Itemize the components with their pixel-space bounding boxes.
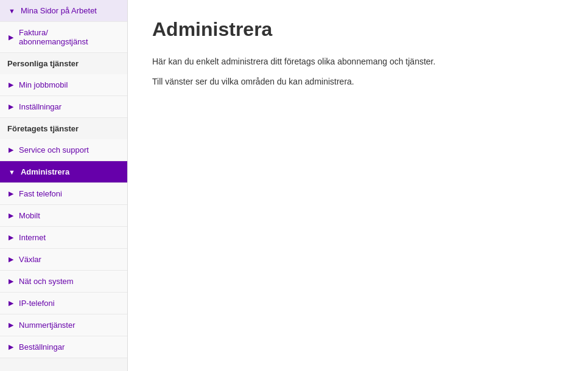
sidebar-item-label: Service och support	[19, 145, 89, 154]
arrow-icon: ▶	[9, 343, 15, 351]
sidebar-section-personliga-header: Personliga tjänster	[0, 53, 127, 74]
arrow-icon: ▶	[9, 255, 15, 263]
sidebar-item-internet[interactable]: ▶ Internet	[0, 227, 127, 249]
description-line-1: Här kan du enkelt administrera ditt före…	[152, 55, 564, 68]
sidebar-item-label: Växlar	[19, 255, 41, 264]
sidebar-item-nummertjanster[interactable]: ▶ Nummertjänster	[0, 314, 127, 336]
sidebar-item-label: Fast telefoni	[19, 189, 62, 198]
sidebar-section-foretagets-header: Företagets tjänster	[0, 118, 127, 139]
sidebar-item-label: Mobilt	[19, 211, 40, 220]
sidebar-item-fast-telefoni[interactable]: ▶ Fast telefoni	[0, 183, 127, 205]
sidebar-item-label: Faktura/ abonnemangstjänst	[19, 28, 119, 46]
sidebar-item-jobbmobil[interactable]: ▶ Min jobbmobil	[0, 74, 127, 96]
sidebar-item-label: Nät och system	[19, 277, 74, 286]
arrow-icon: ▶	[9, 146, 15, 154]
arrow-icon: ▶	[9, 212, 15, 220]
sidebar-item-label: Nummertjänster	[19, 321, 75, 330]
sidebar-item-nat-system[interactable]: ▶ Nät och system	[0, 271, 127, 293]
arrow-icon: ▶	[9, 277, 15, 285]
sidebar-item-label: Inställningar	[19, 102, 61, 111]
sidebar-item-bestallningar[interactable]: ▶ Beställningar	[0, 336, 127, 358]
sidebar: ▼ Mina Sidor på Arbetet▶ Faktura/ abonne…	[0, 0, 128, 371]
sidebar-item-label: Administrera	[21, 167, 69, 176]
arrow-icon: ▼	[9, 168, 17, 176]
arrow-icon: ▶	[9, 234, 15, 241]
arrow-icon: ▶	[9, 299, 15, 307]
sidebar-item-label: IP-telefoni	[19, 299, 55, 308]
sidebar-item-faktura[interactable]: ▶ Faktura/ abonnemangstjänst	[0, 22, 127, 53]
sidebar-item-label: Beställningar	[19, 342, 65, 352]
page-title: Administrera	[152, 18, 564, 41]
sidebar-item-vaxlar[interactable]: ▶ Växlar	[0, 249, 127, 271]
arrow-icon: ▶	[9, 33, 15, 41]
arrow-icon: ▶	[9, 321, 15, 329]
sidebar-item-mobilt[interactable]: ▶ Mobilt	[0, 205, 127, 227]
sidebar-item-installningar[interactable]: ▶ Inställningar	[0, 96, 127, 118]
main-content: Administrera Här kan du enkelt administr…	[128, 0, 588, 371]
description-line-2: Till vänster ser du vilka områden du kan…	[152, 75, 564, 88]
arrow-icon: ▼	[9, 7, 17, 15]
arrow-icon: ▶	[9, 81, 15, 89]
sidebar-group-label: Mina Sidor på Arbetet	[21, 6, 97, 15]
arrow-icon: ▶	[9, 103, 15, 111]
sidebar-item-administrera[interactable]: ▼ Administrera	[0, 161, 127, 183]
sidebar-item-label: Min jobbmobil	[19, 80, 68, 89]
sidebar-group-mina-sidor-header[interactable]: ▼ Mina Sidor på Arbetet	[0, 0, 127, 22]
sidebar-item-label: Internet	[19, 233, 46, 242]
sidebar-item-ip-telefoni[interactable]: ▶ IP-telefoni	[0, 293, 127, 314]
arrow-icon: ▶	[9, 190, 15, 198]
sidebar-item-service-support[interactable]: ▶ Service och support	[0, 139, 127, 161]
